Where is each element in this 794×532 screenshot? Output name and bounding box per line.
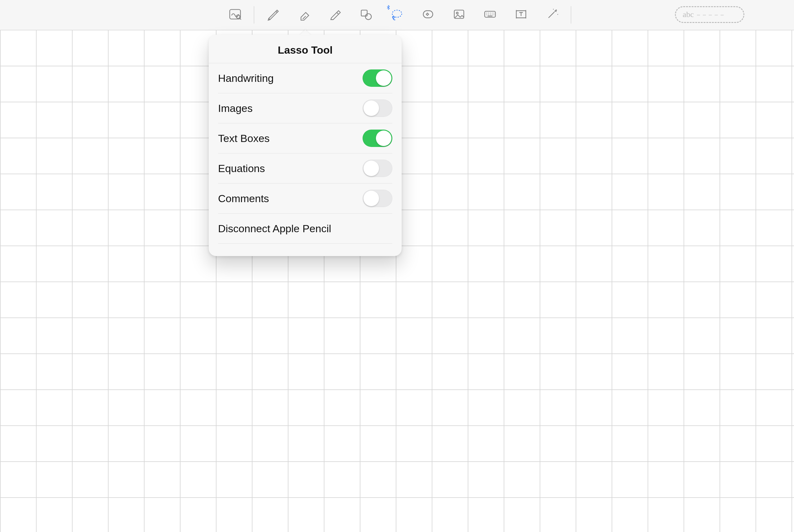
option-handwriting: Handwriting	[218, 63, 392, 93]
lasso-tool[interactable]	[382, 1, 412, 29]
option-label: Handwriting	[218, 72, 274, 84]
toolbar-divider	[254, 6, 254, 23]
toggle-handwriting[interactable]	[363, 70, 392, 87]
image-icon	[452, 7, 466, 23]
shapes-icon	[359, 7, 373, 23]
svg-rect-6	[423, 11, 433, 18]
keyboard-icon	[483, 7, 497, 23]
svg-rect-0	[230, 10, 241, 19]
eraser-icon	[297, 7, 311, 23]
pen-tool[interactable]	[257, 1, 289, 29]
highlighter-icon	[328, 7, 342, 23]
textbox-tool[interactable]	[505, 1, 537, 29]
toolbar: abc – – – – –	[0, 0, 794, 30]
bluetooth-icon	[386, 5, 391, 10]
option-label: Equations	[218, 163, 265, 174]
magic-tool[interactable]	[537, 1, 568, 29]
toggle-equations[interactable]	[363, 160, 392, 177]
disconnect-pencil-row[interactable]: Disconnect Apple Pencil	[218, 214, 392, 244]
popover-list: Handwriting Images Text Boxes Equations …	[209, 63, 402, 244]
handwrite-pill[interactable]: abc – – – – –	[675, 6, 744, 23]
keyboard-tool[interactable]	[475, 1, 505, 29]
handwrite-placeholder: abc	[683, 11, 694, 19]
option-label: Text Boxes	[218, 132, 270, 145]
disconnect-label: Disconnect Apple Pencil	[218, 223, 331, 235]
pen-icon	[266, 7, 280, 23]
textbox-icon	[514, 7, 528, 23]
option-equations: Equations	[218, 153, 392, 184]
lasso-popover: Lasso Tool Handwriting Images Text Boxes…	[209, 35, 402, 256]
option-label: Images	[218, 102, 253, 114]
tool-row	[220, 1, 574, 29]
stickers-tool[interactable]	[412, 1, 444, 29]
option-textboxes: Text Boxes	[218, 124, 392, 153]
svg-point-8	[456, 12, 458, 14]
toolbar-divider	[571, 6, 571, 23]
zoom-view-icon	[228, 7, 242, 23]
zoom-view-tool[interactable]	[220, 1, 251, 29]
lasso-icon	[390, 7, 404, 23]
sticker-icon	[421, 7, 435, 23]
svg-point-5	[393, 16, 394, 18]
highlighter-tool[interactable]	[319, 1, 350, 29]
option-comments: Comments	[218, 184, 392, 214]
option-images: Images	[218, 93, 392, 124]
image-tool[interactable]	[444, 1, 475, 29]
popover-title: Lasso Tool	[209, 35, 402, 63]
toggle-textboxes[interactable]	[363, 130, 392, 147]
handwrite-dashes: – – – – –	[697, 12, 724, 18]
shapes-tool[interactable]	[350, 1, 382, 29]
option-label: Comments	[218, 192, 269, 205]
svg-point-3	[365, 14, 371, 20]
toggle-comments[interactable]	[363, 190, 392, 207]
magic-wand-icon	[545, 7, 559, 23]
svg-rect-2	[361, 10, 367, 16]
toggle-images[interactable]	[363, 99, 392, 117]
eraser-tool[interactable]	[289, 1, 319, 29]
